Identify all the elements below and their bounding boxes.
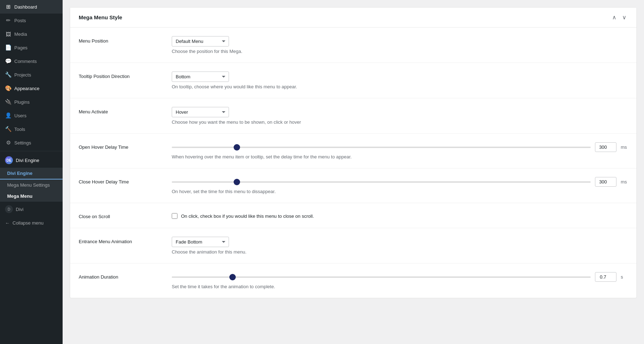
settings-icon: ⚙ [5, 139, 11, 146]
sidebar-label-divi: Divi [16, 207, 24, 212]
checkbox-container-scroll: On click, check box if you would like th… [172, 212, 628, 219]
input-close-hover-delay[interactable] [595, 177, 616, 187]
sidebar-collapse-menu[interactable]: ← Collapse menu [0, 217, 63, 229]
control-menu-activate: Hover Click Choose how you want the menu… [172, 107, 628, 125]
desc-close-hover-delay: On hover, set the time for this menu to … [172, 189, 628, 194]
collapse-label: Collapse menu [13, 220, 44, 226]
projects-icon: 🔧 [5, 72, 11, 78]
media-icon: 🖼 [5, 31, 11, 37]
appearance-icon: 🎨 [5, 85, 11, 92]
select-tooltip-position[interactable]: Bottom Top Left Right [172, 72, 229, 82]
sidebar-item-settings[interactable]: ⚙ Settings [0, 136, 63, 149]
sidebar-label-pages: Pages [14, 45, 28, 50]
comments-icon: 💬 [5, 58, 11, 64]
main-content: Mega Menu Style ∧ ∨ Menu Position Defaul… [63, 0, 644, 344]
divi-engine-icon: DE [5, 156, 13, 164]
sidebar-label-divi-engine: Divi Engine [16, 158, 39, 163]
sidebar-item-divi[interactable]: D Divi [0, 202, 63, 217]
sidebar-label-comments: Comments [14, 59, 37, 64]
settings-row-tooltip-position: Tooltip Position Direction Bottom Top Le… [70, 63, 636, 98]
sidebar-item-plugins[interactable]: 🔌 Plugins [0, 95, 63, 109]
select-menu-activate[interactable]: Hover Click [172, 107, 229, 117]
sidebar-label-dashboard: Dashboard [14, 4, 37, 10]
sidebar-item-users[interactable]: 👤 Users [0, 109, 63, 122]
label-menu-activate: Menu Activate [79, 107, 157, 114]
sidebar-divider [0, 151, 63, 151]
panel-body: Menu Position Default Menu Top Bottom Le… [70, 28, 636, 298]
control-tooltip-position: Bottom Top Left Right On tooltip, choose… [172, 72, 628, 89]
sidebar-sub-item-divi-engine[interactable]: Divi Engine [0, 168, 63, 180]
sidebar-item-comments[interactable]: 💬 Comments [0, 54, 63, 68]
label-close-hover-delay: Close Hover Delay Time [79, 177, 157, 185]
plugins-icon: 🔌 [5, 99, 11, 105]
settings-row-entrance-animation: Entrance Menu Animation Fade Bottom Fade… [70, 228, 636, 264]
checkbox-close-on-scroll[interactable] [172, 213, 177, 219]
sidebar-item-projects[interactable]: 🔧 Projects [0, 68, 63, 82]
desc-animation-duration: Set the time it takes for the animation … [172, 284, 628, 289]
sub-label-mega-menu: Mega Menu [7, 193, 33, 199]
settings-row-open-hover-delay: Open Hover Delay Time ms When hovering o… [70, 134, 636, 168]
settings-row-menu-position: Menu Position Default Menu Top Bottom Le… [70, 28, 636, 63]
label-entrance-animation: Entrance Menu Animation [79, 237, 157, 244]
desc-menu-activate: Choose how you want the menu to be shown… [172, 119, 628, 125]
label-tooltip-position: Tooltip Position Direction [79, 72, 157, 79]
sidebar-item-divi-engine[interactable]: DE Divi Engine [0, 153, 63, 168]
label-animation-duration: Animation Duration [79, 272, 157, 280]
panel-header: Mega Menu Style ∧ ∨ [70, 8, 636, 28]
unit-animation-duration: s [621, 274, 628, 280]
sidebar-item-posts[interactable]: ✏ Posts [0, 14, 63, 27]
sidebar-item-media[interactable]: 🖼 Media [0, 27, 63, 41]
sidebar-label-appearance: Appearance [14, 86, 39, 91]
users-icon: 👤 [5, 112, 11, 119]
input-animation-duration[interactable] [595, 272, 616, 282]
sidebar-sub-item-mega-menu[interactable]: Mega Menu [0, 191, 63, 202]
sidebar-sub-item-mega-menu-settings[interactable]: Mega Menu Settings [0, 180, 63, 191]
select-menu-position[interactable]: Default Menu Top Bottom Left Right [172, 36, 229, 46]
mega-menu-style-panel: Mega Menu Style ∧ ∨ Menu Position Defaul… [70, 7, 637, 298]
desc-entrance-animation: Choose the animation for this menu. [172, 249, 628, 255]
panel-expand-button[interactable]: ∨ [621, 13, 628, 21]
sidebar-item-tools[interactable]: 🔨 Tools [0, 122, 63, 136]
slider-container-animation-duration: s [172, 272, 628, 282]
control-close-hover-delay: ms On hover, set the time for this menu … [172, 177, 628, 194]
sidebar-label-media: Media [14, 31, 27, 37]
panel-title: Mega Menu Style [79, 14, 122, 20]
pages-icon: 📄 [5, 44, 11, 51]
sidebar-label-projects: Projects [14, 72, 31, 78]
settings-row-close-hover-delay: Close Hover Delay Time ms On hover, set … [70, 168, 636, 203]
select-entrance-animation[interactable]: Fade Bottom Fade Top Fade Left Fade Righ… [172, 237, 229, 247]
control-close-on-scroll: On click, check box if you would like th… [172, 212, 628, 219]
sidebar-item-appearance[interactable]: 🎨 Appearance [0, 82, 63, 95]
label-close-on-scroll: Close on Scroll [79, 212, 157, 219]
sidebar-item-dashboard[interactable]: ⊞ Dashboard [0, 0, 63, 14]
sidebar-label-tools: Tools [14, 127, 25, 132]
panel-controls: ∧ ∨ [611, 13, 628, 21]
posts-icon: ✏ [5, 17, 11, 24]
sidebar-label-posts: Posts [14, 18, 26, 23]
slider-container-close-hover: ms [172, 177, 628, 187]
tools-icon: 🔨 [5, 126, 11, 132]
checkbox-label-scroll: On click, check box if you would like th… [181, 213, 314, 219]
desc-menu-position: Choose the position for this Mega. [172, 49, 628, 54]
desc-open-hover-delay: When hovering over the menu item or tool… [172, 154, 628, 159]
settings-row-menu-activate: Menu Activate Hover Click Choose how you… [70, 98, 636, 134]
sidebar-label-settings: Settings [14, 140, 31, 146]
sidebar-label-plugins: Plugins [14, 99, 30, 105]
divi-icon: D [5, 205, 13, 213]
panel-collapse-button[interactable]: ∧ [611, 13, 618, 21]
settings-row-close-on-scroll: Close on Scroll On click, check box if y… [70, 203, 636, 228]
sidebar-item-pages[interactable]: 📄 Pages [0, 41, 63, 54]
sidebar-sub-section: Divi Engine Mega Menu Settings Mega Menu [0, 168, 63, 202]
label-open-hover-delay: Open Hover Delay Time [79, 142, 157, 150]
slider-open-hover-delay[interactable] [172, 147, 591, 148]
input-open-hover-delay[interactable] [595, 142, 616, 152]
collapse-icon: ← [5, 220, 10, 226]
unit-close-hover-delay: ms [621, 179, 628, 185]
sub-label-mega-menu-settings: Mega Menu Settings [7, 182, 50, 188]
settings-row-animation-duration: Animation Duration s Set the time it tak… [70, 264, 636, 298]
slider-close-hover-delay[interactable] [172, 181, 591, 183]
dashboard-icon: ⊞ [5, 4, 11, 10]
slider-animation-duration[interactable] [172, 276, 591, 278]
control-animation-duration: s Set the time it takes for the animatio… [172, 272, 628, 289]
control-menu-position: Default Menu Top Bottom Left Right Choos… [172, 36, 628, 54]
